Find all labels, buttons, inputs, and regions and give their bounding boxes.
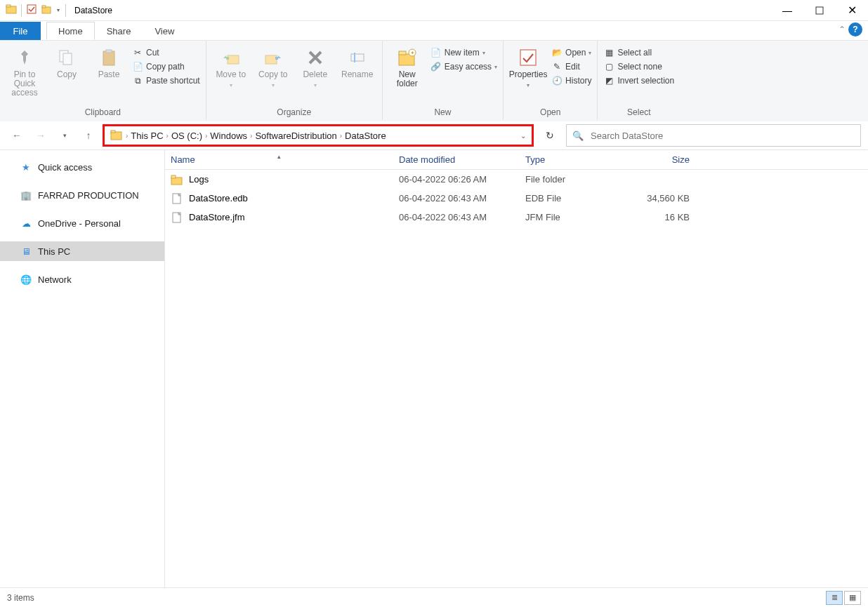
paste-icon — [98, 46, 120, 69]
file-name: DataStore.edb — [189, 193, 248, 204]
tree-onedrive[interactable]: ☁ OneDrive - Personal — [0, 213, 164, 233]
search-input[interactable] — [589, 130, 855, 142]
group-label: Clipboard — [85, 106, 121, 120]
properties-qat-icon[interactable] — [26, 4, 37, 17]
file-menu[interactable]: File — [0, 22, 41, 40]
file-row[interactable]: DataStore.jfm06-04-2022 06:43 AMJFM File… — [165, 208, 868, 227]
column-headers: ▴Name Date modified Type Size — [165, 150, 868, 170]
properties-button[interactable]: Properties▾ — [508, 45, 548, 91]
breadcrumb-segment[interactable]: Windows› — [210, 131, 252, 141]
history-button[interactable]: 🕘History — [550, 74, 593, 87]
copy-button[interactable]: Copy — [46, 45, 87, 81]
edit-button[interactable]: ✎Edit — [550, 60, 593, 73]
cut-button[interactable]: ✂Cut — [131, 46, 202, 59]
nav-forward-button[interactable]: → — [31, 126, 51, 145]
invert-icon: ◩ — [603, 75, 614, 86]
new-item-button[interactable]: 📄New item ▾ — [429, 46, 499, 59]
column-type[interactable]: Type — [520, 154, 625, 165]
title-bar-left: ▾ DataStore — [0, 4, 771, 17]
select-all-button[interactable]: ▦Select all — [602, 46, 676, 59]
new-folder-icon: ✦ — [396, 46, 419, 69]
tab-view[interactable]: View — [143, 22, 186, 40]
nav-back-button[interactable]: ← — [7, 126, 27, 145]
moveto-icon — [220, 46, 242, 69]
tree-this-pc[interactable]: 🖥 This PC — [0, 241, 164, 261]
copy-path-button[interactable]: 📄Copy path — [131, 60, 202, 73]
view-details-button[interactable]: ≣ — [826, 591, 843, 605]
main-area: ★ Quick access 🏢 FARRAD PRODUCTION ☁ One… — [0, 149, 868, 599]
breadcrumb-segment[interactable]: SoftwareDistribution› — [255, 131, 342, 141]
group-label: Select — [627, 106, 650, 120]
search-box[interactable]: 🔍 — [566, 124, 861, 147]
help-icon[interactable]: ? — [848, 22, 862, 36]
minimize-button[interactable]: — — [771, 0, 803, 21]
scissors-icon: ✂ — [132, 47, 143, 58]
ribbon-collapse-icon[interactable]: ⌃ — [839, 25, 846, 34]
select-none-button[interactable]: ▢Select none — [602, 60, 676, 73]
quick-access-toolbar: ▾ — [6, 4, 60, 17]
file-icon — [171, 192, 183, 205]
file-date: 06-04-2022 06:26 AM — [393, 174, 520, 185]
group-label: Open — [540, 106, 560, 120]
svg-rect-9 — [106, 50, 112, 53]
open-button[interactable]: 📂Open ▾ — [550, 46, 593, 59]
select-small: ▦Select all ▢Select none ◩Invert selecti… — [602, 45, 676, 87]
delete-button[interactable]: Delete▾ — [295, 45, 336, 91]
file-row[interactable]: DataStore.edb06-04-2022 06:43 AMEDB File… — [165, 189, 868, 208]
open-icon: 📂 — [551, 47, 563, 58]
nav-recent-button[interactable]: ▾ — [55, 126, 74, 145]
view-switcher: ≣ ▦ — [826, 591, 861, 605]
qat-dropdown-icon[interactable]: ▾ — [57, 7, 60, 13]
folder-icon — [110, 128, 123, 143]
address-bar[interactable]: › This PC› OS (C:)› Windows› SoftwareDis… — [103, 124, 534, 147]
file-row[interactable]: Logs06-04-2022 06:26 AMFile folder — [165, 170, 868, 189]
easy-access-icon: 🔗 — [430, 61, 442, 72]
new-folder-button[interactable]: ✦ New folder — [387, 45, 428, 90]
rename-button[interactable]: Rename — [337, 45, 378, 81]
tree-network[interactable]: 🌐 Network — [0, 269, 164, 289]
paste-button[interactable]: Paste — [88, 45, 129, 81]
tab-home[interactable]: Home — [46, 22, 95, 40]
tab-share[interactable]: Share — [95, 22, 143, 40]
file-date: 06-04-2022 06:43 AM — [393, 193, 520, 204]
cloud-icon: ☁ — [20, 217, 32, 229]
group-open: Properties▾ 📂Open ▾ ✎Edit 🕘History Open — [504, 41, 598, 120]
address-dropdown-icon[interactable]: ⌄ — [520, 132, 526, 140]
newfolder-qat-icon[interactable] — [41, 4, 53, 17]
delete-icon — [304, 46, 327, 69]
nav-up-button[interactable]: ↑ — [79, 126, 98, 145]
svg-rect-11 — [265, 55, 277, 64]
column-size[interactable]: Size — [625, 154, 695, 165]
group-organize: Move to▾ Copy to▾ Delete▾ Rename Organiz… — [206, 41, 383, 120]
refresh-button[interactable]: ↻ — [538, 124, 562, 147]
breadcrumb-segment[interactable]: This PC› — [131, 131, 169, 141]
group-label: Organize — [277, 106, 311, 120]
moveto-button[interactable]: Move to▾ — [211, 45, 251, 91]
close-button[interactable]: ✕ — [836, 0, 868, 21]
clipboard-small: ✂Cut 📄Copy path ⧉Paste shortcut — [131, 45, 202, 87]
path-icon: 📄 — [132, 61, 143, 72]
svg-rect-12 — [351, 54, 364, 61]
rename-icon — [346, 46, 369, 69]
pin-button[interactable]: Pin to Quick access — [4, 45, 45, 99]
view-icons-button[interactable]: ▦ — [844, 591, 861, 605]
breadcrumb-segment[interactable]: OS (C:)› — [171, 131, 207, 141]
maximize-button[interactable] — [803, 0, 836, 21]
copyto-button[interactable]: Copy to▾ — [253, 45, 294, 91]
easy-access-button[interactable]: 🔗Easy access ▾ — [429, 60, 499, 73]
tree-farrad[interactable]: 🏢 FARRAD PRODUCTION — [0, 185, 164, 205]
separator — [65, 4, 66, 17]
tree-quick-access[interactable]: ★ Quick access — [0, 157, 164, 177]
ribbon-tabs: File Home Share View ⌃ ? — [0, 21, 868, 41]
breadcrumb-segment[interactable]: DataStore — [345, 131, 386, 141]
file-size: 34,560 KB — [625, 193, 695, 204]
group-clipboard: Pin to Quick access Copy Paste ✂Cut 📄Cop… — [0, 41, 206, 120]
ribbon-options: ⌃ ? — [839, 22, 862, 36]
select-all-icon: ▦ — [603, 47, 614, 58]
column-date[interactable]: Date modified — [393, 154, 520, 165]
new-small: 📄New item ▾ 🔗Easy access ▾ — [429, 45, 499, 73]
invert-selection-button[interactable]: ◩Invert selection — [602, 74, 676, 87]
paste-shortcut-button[interactable]: ⧉Paste shortcut — [131, 74, 202, 87]
pc-icon: 🖥 — [20, 245, 32, 258]
column-name[interactable]: ▴Name — [165, 154, 393, 165]
